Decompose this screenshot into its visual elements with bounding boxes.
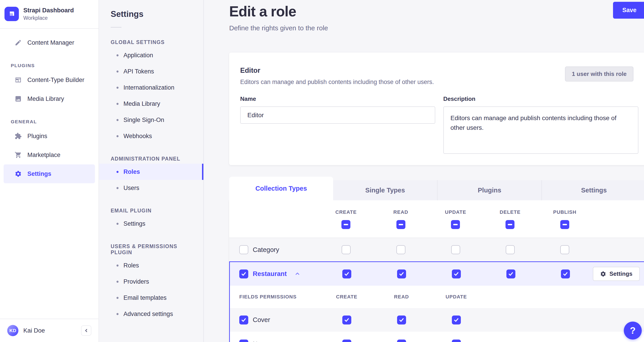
sidebar-item-media-library[interactable]: Media Library — [4, 89, 95, 108]
category-delete-checkbox[interactable] — [506, 245, 515, 254]
restaurant-row-checkbox[interactable] — [239, 269, 248, 278]
tab-collection-types[interactable]: Collection Types — [229, 177, 333, 200]
tab-settings[interactable]: Settings — [542, 180, 644, 200]
field-row-cover: Cover — [230, 308, 644, 332]
sidebar-footer: KD Kai Doe — [0, 319, 98, 342]
subnav-item-email-settings[interactable]: Settings — [99, 216, 203, 232]
indeterminate-icon — [508, 224, 512, 225]
gear-icon — [600, 271, 606, 277]
category-create-checkbox[interactable] — [342, 245, 350, 254]
permissions-tabs: Collection Types Single Types Plugins Se… — [229, 177, 644, 200]
page-subtitle: Define the rights given to the role — [229, 24, 644, 32]
subnav-section-email-plugin: EMAIL PLUGIN — [99, 208, 203, 214]
description-field-group: Description Editors can manage and publi… — [443, 95, 638, 155]
name-row-checkbox[interactable] — [239, 339, 248, 342]
restaurant-delete-checkbox[interactable] — [506, 269, 516, 278]
role-head-text: Editor Editors can manage and publish co… — [240, 67, 434, 86]
subnav-item-media-library[interactable]: Media Library — [99, 96, 203, 112]
role-name-input[interactable] — [240, 106, 435, 124]
tab-single-types[interactable]: Single Types — [333, 180, 437, 200]
subnav-item-advanced-settings[interactable]: Advanced settings — [99, 306, 203, 322]
bullet-icon — [116, 264, 118, 266]
column-header-delete: DELETE — [500, 209, 520, 215]
image-icon — [14, 95, 22, 102]
collapse-sidebar-button[interactable] — [81, 325, 91, 336]
role-description-input[interactable]: Editors can manage and publish contents … — [443, 106, 638, 154]
help-button[interactable]: ? — [624, 321, 642, 339]
avatar[interactable]: KD — [7, 325, 18, 336]
sidebar-section-general: GENERAL — [0, 119, 98, 124]
main-content: Edit a role Define the rights given to t… — [204, 0, 644, 342]
subnav-item-label: Media Library — [124, 100, 160, 107]
name-read-checkbox[interactable] — [397, 339, 406, 342]
sidebar-item-content-manager[interactable]: Content Manager — [4, 33, 95, 52]
category-read-checkbox[interactable] — [396, 245, 406, 254]
restaurant-read-checkbox[interactable] — [397, 269, 406, 278]
subnav-section-users-permissions-plugin: USERS & PERMISSIONS PLUGIN — [99, 243, 203, 255]
bullet-icon — [116, 71, 118, 73]
name-update-checkbox[interactable] — [452, 339, 461, 342]
subnav-item-label: Roles — [124, 262, 139, 269]
field-row-name: Name — [230, 332, 644, 342]
category-row-checkbox[interactable] — [239, 245, 248, 254]
workspace-title: Strapi Dashboard — [23, 7, 74, 14]
cover-row-checkbox[interactable] — [239, 315, 248, 324]
sidebar-item-marketplace[interactable]: Marketplace — [4, 146, 95, 164]
fields-permissions-header: FIELDS PERMISSIONS CREATE READ UPDATE — [230, 286, 644, 308]
restaurant-settings-button[interactable]: Settings — [593, 267, 640, 281]
restaurant-expanded-panel: Restaurant Settings FIELDS PERMISSIO — [229, 261, 644, 342]
select-all-read-checkbox[interactable] — [396, 220, 406, 229]
permissions-panel: CREATE READ UPDATE DELETE PUBLISH — [229, 200, 644, 342]
sidebar-item-label: Media Library — [28, 95, 64, 102]
tab-plugins[interactable]: Plugins — [437, 180, 542, 200]
row-label: Name — [253, 340, 270, 342]
subnav-item-providers[interactable]: Providers — [99, 273, 203, 290]
subnav-item-api-tokens[interactable]: API Tokens — [99, 63, 203, 80]
subnav-item-users[interactable]: Users — [99, 180, 203, 196]
subnav-item-up-roles[interactable]: Roles — [99, 257, 203, 273]
bullet-icon — [116, 87, 118, 89]
bullet-icon — [116, 119, 118, 121]
category-publish-checkbox[interactable] — [560, 245, 569, 254]
feather-edit-icon — [14, 39, 22, 46]
subnav-item-email-templates[interactable]: Email templates — [99, 290, 203, 306]
bullet-icon — [116, 187, 118, 189]
subnav-item-roles[interactable]: Roles — [99, 164, 203, 180]
save-button[interactable]: Save — [613, 2, 644, 19]
indeterminate-icon — [344, 224, 348, 225]
subnav-item-webhooks[interactable]: Webhooks — [99, 128, 203, 144]
restaurant-update-checkbox[interactable] — [452, 269, 461, 278]
role-details-card: Editor Editors can manage and publish co… — [229, 53, 644, 165]
select-all-delete-checkbox[interactable] — [506, 220, 514, 229]
indeterminate-icon — [453, 224, 458, 225]
category-update-checkbox[interactable] — [451, 245, 460, 254]
select-all-publish-checkbox[interactable] — [560, 220, 569, 229]
select-all-create-checkbox[interactable] — [342, 220, 350, 229]
subnav-item-single-sign-on[interactable]: Single Sign-On — [99, 112, 203, 128]
workspace-brand[interactable]: Strapi Dashboard Workplace — [0, 0, 98, 29]
row-label[interactable]: Restaurant — [253, 270, 287, 277]
sidebar-item-label: Marketplace — [28, 152, 60, 159]
sidebar-section-plugins: PLUGINS — [0, 63, 98, 68]
cover-read-checkbox[interactable] — [397, 315, 406, 324]
chevron-up-icon[interactable] — [294, 271, 300, 277]
puzzle-icon — [14, 133, 22, 140]
select-all-update-checkbox[interactable] — [451, 220, 460, 229]
cover-update-checkbox[interactable] — [452, 315, 461, 324]
fields-permissions-title: FIELDS PERMISSIONS — [230, 294, 320, 300]
sidebar-item-plugins[interactable]: Plugins — [4, 127, 95, 146]
bullet-icon — [116, 223, 118, 225]
chevron-left-icon — [84, 328, 89, 333]
bullet-icon — [116, 313, 118, 315]
cover-create-checkbox[interactable] — [342, 315, 351, 324]
restaurant-create-checkbox[interactable] — [342, 269, 351, 278]
permissions-section: Collection Types Single Types Plugins Se… — [229, 177, 644, 342]
subnav-item-internationalization[interactable]: Internationalization — [99, 80, 203, 96]
users-with-role-badge[interactable]: 1 user with this role — [565, 67, 633, 82]
name-create-checkbox[interactable] — [342, 339, 351, 342]
subnav-item-application[interactable]: Application — [99, 47, 203, 63]
restaurant-publish-checkbox[interactable] — [561, 269, 570, 278]
sidebar-item-settings[interactable]: Settings — [4, 164, 95, 183]
subnav-item-label: Internationalization — [124, 84, 174, 91]
sidebar-item-content-type-builder[interactable]: Content-Type Builder — [4, 71, 95, 89]
